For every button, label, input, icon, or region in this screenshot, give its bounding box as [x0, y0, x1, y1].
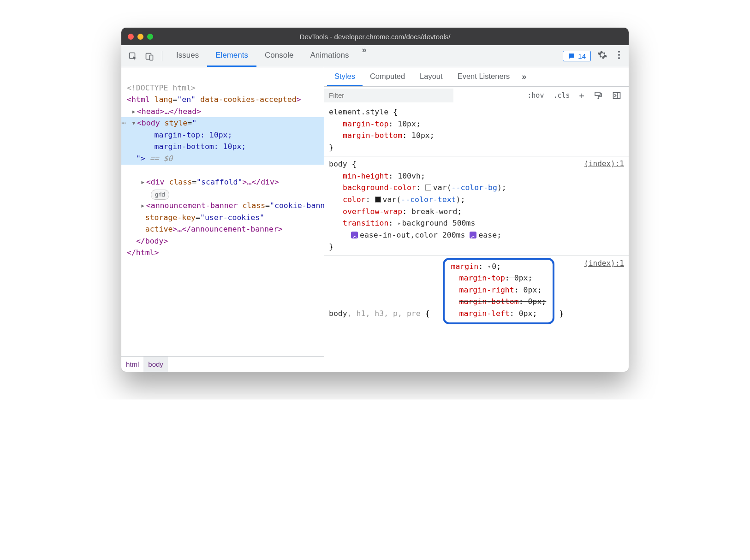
source-link[interactable]: (index):1: [584, 158, 624, 170]
svg-rect-8: [613, 92, 620, 98]
close-icon[interactable]: [128, 34, 134, 40]
expand-icon[interactable]: ▸: [131, 106, 137, 118]
expand-icon[interactable]: ▸: [398, 219, 401, 228]
main-tabs: Issues Elements Console Animations »: [168, 45, 371, 67]
rule-body-reset[interactable]: (index):1 body, h1, h3, p, pre { margin:…: [324, 256, 629, 327]
svg-rect-7: [598, 98, 599, 99]
tab-animations[interactable]: Animations: [302, 45, 357, 67]
html-open: <html: [127, 95, 150, 104]
bezier-icon[interactable]: [351, 232, 358, 238]
filter-bar: :hov .cls +: [324, 87, 629, 104]
source-link[interactable]: (index):1: [584, 258, 624, 269]
breadcrumb: html body: [121, 356, 324, 372]
subtab-styles[interactable]: Styles: [327, 67, 363, 86]
svg-point-3: [618, 51, 620, 53]
hov-toggle[interactable]: :hov: [524, 89, 548, 101]
styles-pane: Styles Computed Layout Event Listeners »…: [324, 67, 629, 372]
filter-input[interactable]: [324, 89, 453, 102]
minimize-icon[interactable]: [137, 34, 143, 40]
zoom-icon[interactable]: [147, 34, 153, 40]
svg-point-4: [618, 54, 620, 56]
paint-icon[interactable]: [590, 89, 607, 102]
svg-rect-6: [595, 92, 600, 95]
crumb-body[interactable]: body: [143, 357, 168, 372]
elements-pane: <!DOCTYPE html> <html lang="en" data-coo…: [121, 67, 324, 372]
color-swatch-icon[interactable]: [375, 197, 381, 203]
css-rules: element.style { margin-top: 10px; margin…: [324, 104, 629, 372]
margin-shorthand-highlight: margin: ▾0; margin-top: 0px; margin-righ…: [443, 258, 555, 324]
head-node[interactable]: <head>…</head>: [137, 107, 201, 116]
new-rule-button[interactable]: +: [576, 89, 588, 102]
tab-console[interactable]: Console: [256, 45, 302, 67]
expand-icon[interactable]: ▸: [141, 176, 146, 188]
messages-badge[interactable]: 14: [563, 51, 591, 61]
rule-element-style[interactable]: element.style { margin-top: 10px; margin…: [324, 104, 629, 156]
split-panes: <!DOCTYPE html> <html lang="en" data-coo…: [121, 67, 629, 372]
dom-tree[interactable]: <!DOCTYPE html> <html lang="en" data-coo…: [121, 67, 324, 356]
collapse-icon[interactable]: ▾: [488, 262, 491, 271]
doctype: <!DOCTYPE html>: [127, 83, 196, 92]
gear-icon[interactable]: [594, 50, 611, 62]
main-toolbar: Issues Elements Console Animations » 14: [121, 45, 629, 67]
svg-point-5: [618, 57, 620, 59]
subtab-layout[interactable]: Layout: [412, 67, 450, 86]
inspect-icon[interactable]: [126, 49, 140, 63]
tab-issues[interactable]: Issues: [168, 45, 207, 67]
tab-elements[interactable]: Elements: [207, 45, 256, 67]
traffic-lights: [128, 34, 153, 40]
subtab-computed[interactable]: Computed: [363, 67, 412, 86]
bezier-icon[interactable]: [470, 232, 476, 238]
selected-body-node[interactable]: ⋯ ▾<body style=" margin-top: 10px; margi…: [121, 117, 324, 164]
styles-subtabs: Styles Computed Layout Event Listeners »: [324, 67, 629, 87]
crumb-html[interactable]: html: [121, 357, 143, 372]
separator: [162, 51, 162, 61]
window-title: DevTools - developer.chrome.com/docs/dev…: [121, 33, 629, 41]
color-swatch-icon[interactable]: [425, 185, 431, 191]
rule-body[interactable]: (index):1 body { min-height: 100vh; back…: [324, 156, 629, 256]
devtools-window: DevTools - developer.chrome.com/docs/dev…: [121, 28, 629, 372]
device-toggle-icon[interactable]: [143, 49, 156, 63]
body-close: </body>: [136, 237, 168, 245]
svg-rect-2: [150, 55, 153, 60]
cls-toggle[interactable]: .cls: [549, 89, 573, 101]
expand-icon[interactable]: ▸: [141, 200, 146, 212]
badge-count: 14: [578, 52, 586, 60]
subtab-event-listeners[interactable]: Event Listeners: [450, 67, 518, 86]
kebab-icon[interactable]: [614, 50, 624, 62]
subtabs-overflow-icon[interactable]: »: [517, 72, 531, 82]
computed-sidebar-icon[interactable]: [608, 89, 625, 102]
grid-badge[interactable]: grid: [151, 190, 169, 200]
tabs-overflow-icon[interactable]: »: [357, 45, 371, 67]
titlebar: DevTools - developer.chrome.com/docs/dev…: [121, 28, 629, 45]
html-close: </html>: [127, 248, 159, 257]
collapse-icon[interactable]: ▾: [131, 117, 137, 129]
